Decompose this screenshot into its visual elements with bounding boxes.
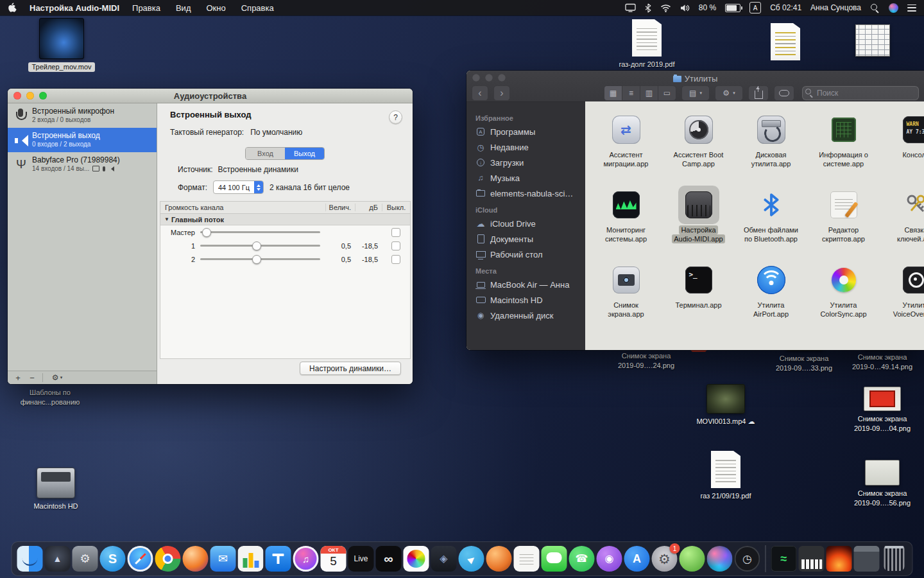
app-bootcamp[interactable]: Ассистент BootCamp.app bbox=[662, 110, 735, 186]
volume-icon[interactable] bbox=[680, 4, 690, 12]
menu-item[interactable]: Правка bbox=[132, 3, 160, 13]
app-activity[interactable]: Мониторингсистемы.app bbox=[590, 186, 662, 261]
screenshot-56[interactable]: Снимок экрана 2019-09….56.png bbox=[847, 460, 918, 508]
input-source-icon[interactable]: А bbox=[749, 2, 761, 13]
app-voiceover[interactable]: УтилитаVoiceOver.app bbox=[880, 261, 924, 336]
forward-button[interactable]: › bbox=[493, 85, 510, 101]
column-view-button[interactable]: ▥ bbox=[640, 86, 658, 100]
sidebar-item-download[interactable]: Загрузки bbox=[466, 155, 585, 170]
dock-chrome[interactable] bbox=[155, 546, 181, 572]
actions-gear-button[interactable]: ⚙▾ bbox=[47, 372, 67, 383]
finder-window[interactable]: Утилиты ‹ › ▦ ≡ ▥ ▭ ▤▾ ⚙▾ bbox=[466, 71, 924, 350]
share-button[interactable] bbox=[748, 85, 769, 101]
dock-orange-app[interactable] bbox=[486, 546, 512, 572]
gaz-pdf[interactable]: газ 21/09/19.pdf bbox=[690, 451, 761, 501]
volume-slider[interactable] bbox=[200, 245, 320, 247]
tags-button[interactable] bbox=[774, 85, 794, 101]
dock-clock-app[interactable]: ◷ bbox=[735, 546, 760, 572]
back-button[interactable]: ‹ bbox=[472, 85, 488, 101]
add-device-button[interactable]: + bbox=[12, 372, 24, 383]
sidebar-item-clock[interactable]: Недавние bbox=[466, 139, 585, 155]
clock-source-value[interactable]: По умолчанию bbox=[250, 128, 302, 137]
dock-utility-app[interactable]: ⚙ bbox=[73, 546, 98, 572]
dock-ableton-live[interactable]: Live bbox=[348, 546, 374, 572]
dock-minimized-activity-window[interactable]: ≈ bbox=[771, 546, 797, 572]
dock-app-store[interactable]: A bbox=[624, 546, 650, 572]
dock-mail[interactable]: ✉ bbox=[210, 546, 236, 572]
slider-knob[interactable] bbox=[252, 255, 261, 264]
menu-bar-clock[interactable]: Сб 02:41 bbox=[770, 3, 801, 12]
dock-safari[interactable] bbox=[128, 546, 153, 572]
sidebar-item-laptop[interactable]: MacBook Air — Анна bbox=[466, 277, 585, 292]
dock-green-app[interactable] bbox=[680, 546, 705, 572]
battery-icon[interactable] bbox=[725, 4, 740, 12]
menu-item[interactable]: Справка bbox=[241, 3, 274, 13]
spotlight-icon[interactable] bbox=[870, 3, 880, 13]
dock-telegram[interactable]: ▶ bbox=[459, 546, 484, 572]
app-diskutility[interactable]: Дисковаяутилита.app bbox=[735, 110, 807, 186]
sidebar-item-drive[interactable]: Macintosh HD bbox=[466, 292, 585, 308]
slider-knob[interactable] bbox=[252, 241, 261, 250]
help-button[interactable]: ? bbox=[389, 110, 402, 124]
dock-system-preferences[interactable]: ⚙1 bbox=[652, 546, 678, 572]
menu-item[interactable]: Вид bbox=[176, 3, 191, 13]
dock-minimized-audio-midi-window[interactable] bbox=[799, 546, 825, 572]
sidebar-item-cloud[interactable]: iCloud Drive bbox=[466, 216, 585, 231]
sidebar-item-music[interactable]: Музыка bbox=[466, 170, 585, 186]
menu-item[interactable]: Окно bbox=[206, 3, 225, 13]
audio-midi-window[interactable]: Аудиоустройства Встроенный микрофон2 вхо… bbox=[8, 89, 413, 384]
close-button[interactable] bbox=[13, 92, 21, 100]
sidebar-item-network[interactable]: Удаленный диск bbox=[466, 308, 585, 323]
dock-podcasts[interactable]: ◉ bbox=[597, 546, 622, 572]
app-keychain[interactable]: Связкаключей.app bbox=[880, 186, 924, 261]
app-migration[interactable]: ⇄Ассистентмиграции.app bbox=[590, 110, 662, 186]
siri-icon[interactable] bbox=[889, 3, 898, 13]
apple-menu[interactable] bbox=[8, 3, 17, 13]
dock-skype[interactable]: S bbox=[100, 546, 126, 572]
remove-device-button[interactable]: − bbox=[26, 372, 38, 383]
source-value[interactable]: Встроенные динамики bbox=[218, 165, 298, 174]
app-scripteditor[interactable]: Редакторскриптов.app bbox=[807, 186, 880, 261]
dock-dark-app[interactable]: ◈ bbox=[431, 546, 457, 572]
trailer-video[interactable]: Трейлер_mov.mov bbox=[26, 18, 97, 72]
sidebar-item-folder[interactable]: elements-nabula-sci… bbox=[466, 186, 585, 201]
tab-output[interactable]: Выход bbox=[285, 148, 324, 159]
wifi-icon[interactable] bbox=[660, 4, 671, 12]
sidebar-item-desktop[interactable]: Рабочий стол bbox=[466, 247, 585, 262]
app-audiomidi[interactable]: НастройкаAudio-MIDI.app bbox=[662, 186, 735, 261]
dock-textedit[interactable] bbox=[514, 546, 540, 572]
sample-rate-field[interactable]: 44 100 Гц bbox=[213, 180, 264, 194]
slider-knob[interactable] bbox=[202, 228, 211, 237]
app-sysinfo[interactable]: Информация осистеме.app bbox=[807, 110, 880, 186]
device-row-speaker[interactable]: Встроенный выход0 входов / 2 выхода bbox=[8, 128, 157, 152]
configure-speakers-button[interactable]: Настроить динамики… bbox=[300, 362, 401, 375]
pdf-document[interactable] bbox=[750, 23, 821, 62]
device-row-microphone[interactable]: Встроенный микрофон2 входа / 0 выходов bbox=[8, 103, 157, 128]
user-menu[interactable]: Анна Сунцова bbox=[810, 3, 861, 12]
sidebar-item-applications[interactable]: Программы bbox=[466, 124, 585, 139]
list-view-button[interactable]: ≡ bbox=[622, 86, 640, 100]
spreadsheet-document[interactable] bbox=[837, 24, 908, 58]
dock-finder[interactable] bbox=[17, 546, 43, 572]
movi0013-video[interactable]: MOVI0013.mp4 ☁ bbox=[690, 384, 761, 426]
dock-launchpad[interactable]: ▲ bbox=[45, 546, 71, 572]
app-terminal[interactable]: >_Терминал.app bbox=[662, 261, 735, 336]
disclosure-triangle-icon[interactable]: ▼ bbox=[164, 216, 169, 222]
tab-input[interactable]: Вход bbox=[246, 148, 285, 159]
action-gear-button[interactable]: ⚙▾ bbox=[715, 85, 743, 101]
macintosh-hd-drive[interactable]: Macintosh HD bbox=[21, 468, 91, 511]
mute-checkbox[interactable] bbox=[391, 241, 400, 250]
dock-calendar[interactable]: ОКТ5 bbox=[321, 546, 346, 572]
app-airport[interactable]: УтилитаAirPort.app bbox=[735, 261, 807, 336]
gallery-view-button[interactable]: ▭ bbox=[658, 86, 676, 100]
minimize-button[interactable] bbox=[26, 92, 34, 100]
app-screenshot[interactable]: Снимокэкрана.app bbox=[590, 261, 662, 336]
sample-rate-stepper[interactable] bbox=[254, 181, 263, 193]
dock-messages[interactable] bbox=[542, 546, 567, 572]
mute-checkbox[interactable] bbox=[391, 228, 400, 237]
volume-slider[interactable] bbox=[200, 258, 320, 260]
dock-siri[interactable] bbox=[707, 546, 733, 572]
notification-center-icon[interactable] bbox=[907, 4, 916, 12]
zoom-button[interactable] bbox=[39, 92, 47, 100]
device-row-usb[interactable]: Babyface Pro (71989984)14 входов / 14 вы… bbox=[8, 152, 157, 177]
